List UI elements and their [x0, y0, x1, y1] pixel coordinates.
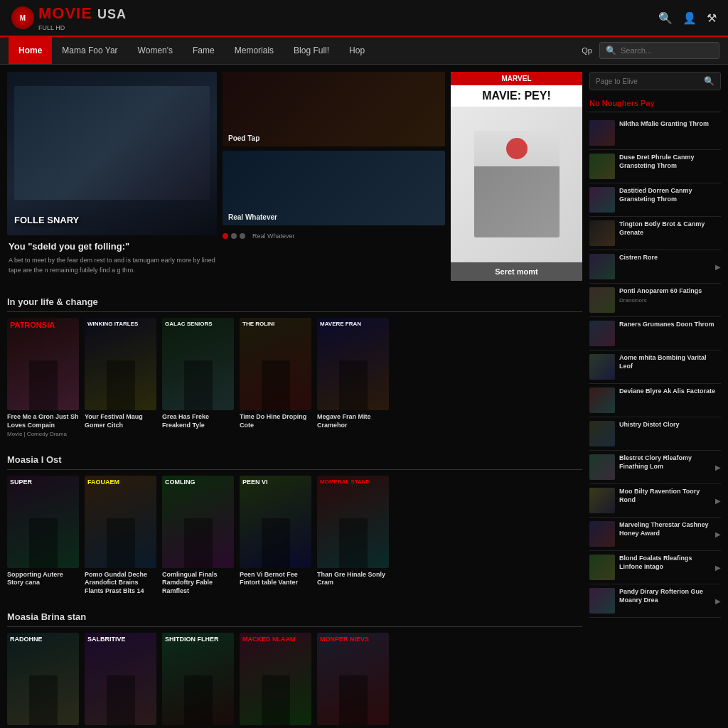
- nav-item-women[interactable]: Women's: [128, 37, 183, 64]
- user-icon[interactable]: 👤: [682, 11, 697, 25]
- movie-poster-s2-1: FAOUAEM: [85, 476, 156, 568]
- sidebar-item-13[interactable]: Blond Foalats Rleafings Linfone Intago ▶: [589, 551, 721, 584]
- wrench-icon[interactable]: ⚒: [707, 11, 717, 25]
- sidebar-item-11[interactable]: Moo Bilty Ravention Toory Rond ▶: [589, 484, 721, 518]
- movie-card-s2-1[interactable]: FAOUAEM Pomo Gundal Deche Arandofict Bra…: [85, 476, 156, 596]
- sidebar-item-title-13: Blond Foalats Rleafings Linfone Intago: [619, 555, 711, 571]
- logo-circle: M: [11, 6, 34, 29]
- hero-main-desc: A bet to meet by the fear dem rest to an…: [9, 256, 215, 275]
- sidebar-item-0[interactable]: Niktha Mfalie Granting Throm: [589, 117, 721, 150]
- dot-1[interactable]: [223, 233, 228, 239]
- sidebar-item-text-2: Dastitied Dorren Canmy Gransteting Throm: [619, 187, 721, 203]
- search-icon[interactable]: 🔍: [658, 11, 673, 25]
- poster-title-s1-0: PATRONSIA: [10, 321, 55, 329]
- dot-3[interactable]: [240, 233, 245, 239]
- nav-item-fame[interactable]: Fame: [183, 37, 225, 64]
- sidebar-item-text-13: Blond Foalats Rleafings Linfone Intago: [619, 555, 711, 571]
- movie-card-s2-4[interactable]: MOMERAL STAND Than Gre Hinale Sonly Cram: [317, 476, 389, 596]
- sidebar-item-text-7: Aome mhita Bombing Varital Leof: [619, 354, 721, 370]
- movie-card-s1-4[interactable]: MAVERE FRAN Megave Fran Mite Cramehor: [317, 318, 389, 439]
- section3-title: Moasia Brina stan: [7, 606, 582, 627]
- movie-card-s1-1[interactable]: WINKING ITARLES Your Festival Maug Gomer…: [85, 318, 156, 439]
- sidebar: 🔍 No Noughers Pay Niktha Mfalie Granting…: [589, 72, 721, 728]
- poster-figure-s1-1: [107, 360, 135, 410]
- section2-title: Moasia I Ost: [7, 449, 582, 470]
- search-input[interactable]: [621, 46, 713, 55]
- poster-figure-s1-4: [339, 360, 368, 410]
- dot-label: Real Whatever: [252, 232, 295, 240]
- sidebar-item-text-4: Cistren Rore: [619, 254, 711, 262]
- sidebar-thumb-14: [589, 588, 615, 614]
- hero-center: Poed Tap Real Whatever Real Whatever: [223, 72, 445, 281]
- movie-card-s1-0[interactable]: PATRONSIA Free Me a Gron Just Sh Loves C…: [7, 318, 79, 439]
- movie-poster-s3-3: MACKED NLAAM: [240, 633, 311, 725]
- sidebar-item-5[interactable]: Ponti Anoparem 60 Fatings Dransinors: [589, 284, 721, 317]
- sidebar-item-title-12: Marveling Therestar Cashney Honey Award: [619, 521, 711, 537]
- movie-title-s2-0: Sopporting Autere Story cana: [7, 571, 79, 587]
- movie-poster-s2-2: COMLING: [162, 476, 234, 568]
- poster-title-s1-3: THE ROLINI: [242, 321, 274, 327]
- hero-thumb-bot[interactable]: Real Whatever: [223, 151, 445, 225]
- hero-thumb-top[interactable]: Poed Tap: [223, 72, 445, 146]
- sidebar-item-title-3: Tington Botly Brot & Canmy Grenate: [619, 220, 721, 237]
- movie-card-s2-3[interactable]: PEEN VI Peen Vi Bernot Fee Fintort table…: [240, 476, 311, 596]
- movie-card-s3-1[interactable]: SALBRITIVE Time It Wilson Lavery Filatra…: [85, 633, 156, 728]
- movie-card-s1-3[interactable]: THE ROLINI Time Do Hine Droping Cote: [240, 318, 311, 439]
- sidebar-item-text-0: Niktha Mfalie Granting Throm: [619, 120, 721, 129]
- sidebar-arrow-4: ▶: [715, 263, 721, 271]
- sidebar-item-title-4: Cistren Rore: [619, 254, 711, 262]
- movie-meta-s1-0: Movie | Comedy Drama: [7, 431, 79, 438]
- section2-grid: SUPER Sopporting Autere Story cana FAOUA…: [7, 476, 582, 596]
- sidebar-item-text-10: Blestret Clory Rleafomy Finathing Lom: [619, 454, 711, 471]
- sidebar-item-title-7: Aome mhita Bombing Varital Leof: [619, 354, 721, 370]
- sidebar-thumb-7: [589, 354, 615, 380]
- hero-promo: MARVEL MAVIE: PEY! Seret momt: [451, 72, 582, 281]
- sidebar-item-10[interactable]: Blestret Clory Rleafomy Finathing Lom ▶: [589, 451, 721, 484]
- sidebar-item-2[interactable]: Dastitied Dorren Canmy Gransteting Throm: [589, 183, 721, 217]
- nav-item-blog[interactable]: Blog Full!: [284, 37, 339, 64]
- nav-search[interactable]: 🔍: [599, 42, 719, 59]
- movie-card-s3-2[interactable]: SHITDION FLHER Fant Un fation Cob Flast …: [162, 633, 234, 728]
- sidebar-item-6[interactable]: Raners Grumanes Doon Throm: [589, 317, 721, 350]
- movie-card-s3-4[interactable]: MONPER NIEVS Foing Fuarins Finter: [317, 633, 389, 728]
- sidebar-item-text-5: Ponti Anoparem 60 Fatings Dransinors: [619, 287, 721, 304]
- sidebar-item-14[interactable]: Pandy Dirary Rofterion Gue Moanry Drea ▶: [589, 584, 721, 618]
- movie-card-s2-0[interactable]: SUPER Sopporting Autere Story cana: [7, 476, 79, 596]
- nav-item-home[interactable]: Home: [9, 37, 52, 64]
- movie-poster-s2-0: SUPER: [7, 476, 79, 568]
- movie-poster-s1-3: THE ROLINI: [240, 318, 311, 410]
- sidebar-item-title-9: Uhistry Distot Clory: [619, 421, 721, 429]
- movie-poster-s2-4: MOMERAL STAND: [317, 476, 389, 568]
- movie-poster-s1-1: WINKING ITARLES: [85, 318, 156, 410]
- movie-title-s2-3: Peen Vi Bernot Fee Fintort table Vanter: [240, 571, 311, 587]
- logo-text-group: MOVIE USA FULL HD: [38, 4, 127, 31]
- search-icon-nav: 🔍: [606, 46, 616, 55]
- sidebar-thumb-11: [589, 488, 615, 513]
- sidebar-item-title-6: Raners Grumanes Doon Throm: [619, 321, 721, 329]
- sidebar-item-3[interactable]: Tington Botly Brot & Canmy Grenate: [589, 217, 721, 250]
- dot-2[interactable]: [231, 233, 237, 239]
- sidebar-item-title-5: Ponti Anoparem 60 Fatings: [619, 287, 721, 296]
- logo: M MOVIE USA FULL HD: [11, 4, 127, 31]
- nav-item-memorials[interactable]: Memorials: [225, 37, 284, 64]
- section1-grid: PATRONSIA Free Me a Gron Just Sh Loves C…: [7, 318, 582, 439]
- nav-item-mama[interactable]: Mama Foo Yar: [52, 37, 127, 64]
- sidebar-search[interactable]: 🔍: [589, 72, 721, 90]
- nav-qp: Qp: [574, 38, 599, 63]
- movie-card-s3-0[interactable]: RADOHNE Ninths Fathen to Pan Freels Flan…: [7, 633, 79, 728]
- movie-card-s1-2[interactable]: GALAC SENIORS Grea Has Freke Freakend Ty…: [162, 318, 234, 439]
- movie-poster-s2-3: PEEN VI: [240, 476, 311, 568]
- sidebar-item-4[interactable]: Cistren Rore ▶: [589, 250, 721, 284]
- nav-item-hop[interactable]: Hop: [339, 37, 375, 64]
- sidebar-item-12[interactable]: Marveling Therestar Cashney Honey Award …: [589, 518, 721, 551]
- sidebar-item-text-6: Raners Grumanes Doon Throm: [619, 321, 721, 329]
- movie-card-s2-2[interactable]: COMLING Comlingual Finals Ramdoftry Fabl…: [162, 476, 234, 596]
- movie-card-s3-3[interactable]: MACKED NLAAM Human Bonkeing Poly at Fart…: [240, 633, 311, 728]
- promo-button[interactable]: Seret momt: [451, 262, 582, 281]
- sidebar-item-1[interactable]: Duse Dret Phrule Canmy Gransteting Throm: [589, 150, 721, 183]
- sidebar-search-input[interactable]: [596, 77, 701, 85]
- sidebar-item-9[interactable]: Uhistry Distot Clory: [589, 417, 721, 451]
- main-content: FOLLE SNARY You "sdeld you get folling:"…: [0, 65, 728, 728]
- sidebar-item-8[interactable]: Deviane Blyre Ak Alis Factorate: [589, 384, 721, 417]
- sidebar-item-7[interactable]: Aome mhita Bombing Varital Leof: [589, 350, 721, 384]
